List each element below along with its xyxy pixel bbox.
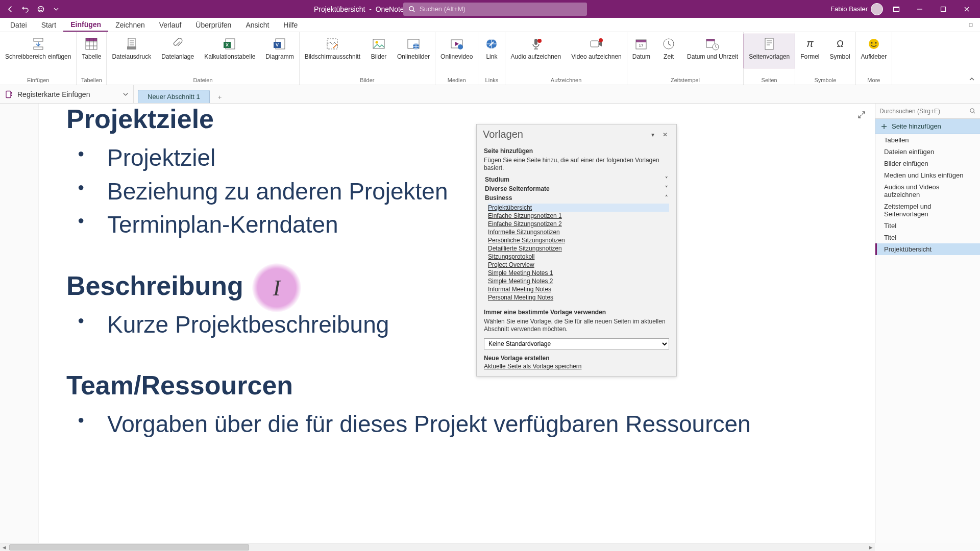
scroll-left-button[interactable]: ◂ [0,543,8,551]
ribbon-btn-bildschirmausschnitt[interactable]: Bildschirmausschnitt [300,34,365,68]
ribbon-group-aufzeichnen: Audio aufzeichnenVideo aufzeichnenAufzei… [505,32,627,85]
page-list-item[interactable]: Projektübersicht [875,243,980,255]
search-input[interactable] [420,5,582,13]
svg-text:Ω: Ω [837,39,843,49]
horizontal-scrollbar[interactable]: ◂ ▸ [0,543,875,551]
share-button[interactable] [962,18,980,32]
page-list-item[interactable]: Zeitstempel und Seitenvorlagen [875,201,980,220]
ribbon-btn-symbol[interactable]: ΩSymbol [825,34,855,68]
section-tab[interactable]: Neuer Abschnitt 1 [138,90,210,103]
menu-item-ansicht[interactable]: Ansicht [238,18,276,32]
template-link[interactable]: Persönliche Sitzungsnotizen [488,236,669,244]
add-section-button[interactable]: + [214,91,226,103]
ribbon-btn-kalkulationstabelle[interactable]: XKalkulationstabelle [199,34,260,68]
close-button[interactable] [957,2,977,16]
ribbon-btn-label: Tabelle [82,54,101,67]
ribbon-btn-label: Datum und Uhrzeit [687,54,738,67]
ribbon-btn-datum[interactable]: 17Datum [627,34,655,68]
audio-aufzeichnen-icon [529,35,543,53]
scroll-right-button[interactable]: ▸ [867,543,875,551]
ribbon-btn-bilder[interactable]: Bilder [365,34,392,68]
template-link[interactable]: Simple Meeting Notes 1 [488,269,669,277]
ribbon-btn-formel[interactable]: πFormel [795,34,824,68]
page-list-item[interactable]: Titel [875,220,980,232]
page-search-input[interactable] [879,108,966,115]
menu-item-einfügen[interactable]: Einfügen [63,18,108,32]
page-search[interactable] [875,104,980,119]
page-list-item[interactable]: Medien und Links einfügen [875,169,980,181]
schreibbereich-einfügen-icon [31,35,45,53]
svg-point-29 [537,39,542,43]
ribbon-btn-video-aufzeichnen[interactable]: Video aufzeichnen [566,34,627,68]
ribbon-collapse-button[interactable] [964,32,980,85]
template-link[interactable]: Projektübersicht [488,204,669,212]
ribbon-display-options[interactable] [886,2,906,16]
templates-menu-button[interactable]: ▾ [647,131,659,138]
ribbon-btn-aufkleber[interactable]: Aufkleber [856,34,892,68]
template-link[interactable]: Informelle Sitzungsnotizen [488,228,669,236]
ribbon-btn-zeit[interactable]: Zeit [655,34,682,68]
svg-rect-8 [34,38,43,41]
template-link[interactable]: Einfache Sitzungsnotizen 2 [488,220,669,228]
list-item[interactable]: Vorgaben über die für dieses Projekt ver… [107,410,875,439]
search-box[interactable] [403,3,587,16]
ribbon-btn-diagramm[interactable]: VDiagramm [260,34,299,68]
template-link[interactable]: Einfache Sitzungsnotizen 1 [488,212,669,220]
svg-point-42 [869,39,879,49]
undo-button[interactable] [18,2,33,16]
ribbon-btn-dateiausdruck[interactable]: Dateiausdruck [107,34,156,68]
ribbon-btn-tabelle[interactable]: Tabelle [77,34,106,68]
page-canvas[interactable]: Projektziele ProjektzielBeziehung zu and… [0,104,875,543]
menu-item-zeichnen[interactable]: Zeichnen [108,18,152,32]
page-list-item[interactable]: Titel [875,232,980,243]
notebook-picker[interactable]: Registerkarte Einfügen [0,85,134,103]
page-list-item[interactable]: Bilder einfügen [875,158,980,169]
ribbon-btn-seitenvorlagen[interactable]: Seitenvorlagen [744,34,795,68]
svg-rect-11 [86,38,97,41]
user-account[interactable]: Fabio Basler [830,3,883,15]
ribbon-btn-label: Dateiausdruck [112,54,151,67]
svg-rect-5 [894,7,899,8]
page-body[interactable]: Projektziele ProjektzielBeziehung zu and… [66,104,875,543]
ribbon-btn-onlinebilder[interactable]: Onlinebilder [392,34,435,68]
minimize-button[interactable] [910,2,930,16]
template-link[interactable]: Sitzungsprotokoll [488,253,669,261]
menu-item-verlauf[interactable]: Verlauf [152,18,189,32]
template-category[interactable]: Studium˅ [484,175,669,184]
templates-close-button[interactable]: ✕ [659,131,671,138]
ribbon-group-label: More [867,76,880,85]
ribbon-btn-audio-aufzeichnen[interactable]: Audio aufzeichnen [505,34,566,68]
template-link[interactable]: Detaillierte Sitzungsnotizen [488,244,669,253]
default-template-select[interactable]: Keine Standardvorlage [484,338,669,349]
ribbon-btn-label: Bilder [371,54,387,67]
template-category[interactable]: Business˄ [484,193,669,203]
ribbon-btn-link[interactable]: Link [478,34,505,68]
template-link[interactable]: Project Overview [488,261,669,269]
templates-add-desc: Fügen Sie eine Seite hinzu, die auf eine… [484,157,669,172]
template-link[interactable]: Simple Meeting Notes 2 [488,277,669,285]
back-button[interactable] [3,2,17,16]
template-link[interactable]: Informal Meeting Notes [488,285,669,293]
maximize-button[interactable] [933,2,953,16]
menu-item-hilfe[interactable]: Hilfe [276,18,305,32]
page-list-item[interactable]: Tabellen [875,134,980,146]
page-list-item[interactable]: Dateien einfügen [875,146,980,158]
menu-item-überprüfen[interactable]: Überprüfen [188,18,238,32]
save-as-template-link[interactable]: Aktuelle Seite als Vorlage speichern [484,363,581,370]
page-list-item[interactable]: Audios und Videos aufzeichnen [875,181,980,201]
ribbon-btn-schreibbereich-einfügen[interactable]: Schreibbereich einfügen [0,34,76,68]
ribbon-btn-datum-und-uhrzeit[interactable]: Datum und Uhrzeit [682,34,743,68]
menu-item-datei[interactable]: Datei [3,18,34,32]
template-link[interactable]: Personal Meeting Notes [488,293,669,302]
qat-customize[interactable] [49,2,63,16]
scroll-thumb[interactable] [9,544,249,550]
svg-rect-33 [636,40,646,42]
add-page-button[interactable]: Seite hinzufügen [875,119,980,134]
ribbon-btn-dateianlage[interactable]: Dateianlage [156,34,199,68]
template-category[interactable]: Diverse Seitenformate˅ [484,184,669,193]
svg-rect-7 [969,23,972,27]
ribbon-btn-onlinevideo[interactable]: Onlinevideo [435,34,478,68]
touch-mode-button[interactable] [34,2,48,16]
menu-item-start[interactable]: Start [34,18,64,32]
page-list: TabellenDateien einfügenBilder einfügenM… [875,134,980,543]
